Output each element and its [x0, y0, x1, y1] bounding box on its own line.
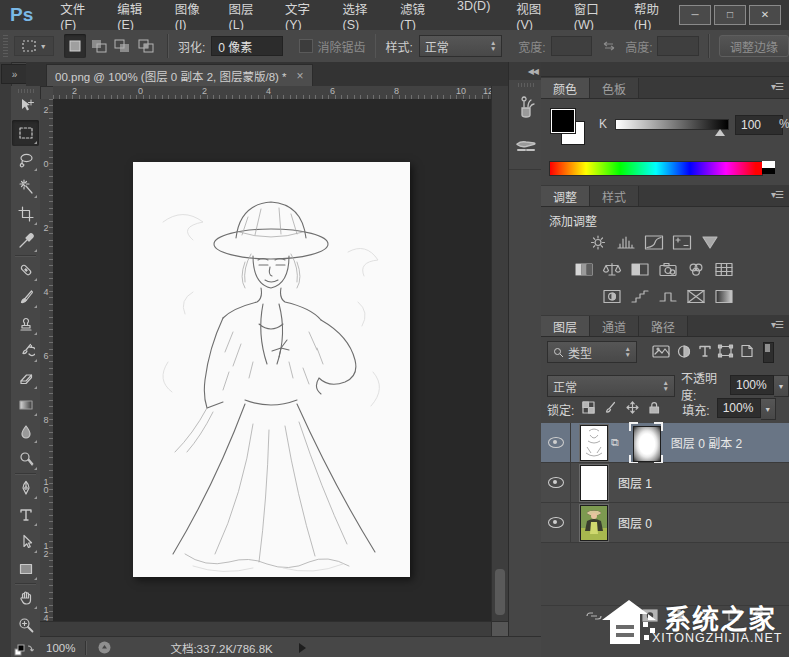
brush-tool[interactable] [12, 284, 39, 310]
foreground-swatch[interactable] [551, 109, 575, 133]
refine-edge-button[interactable]: 调整边缘 [719, 35, 789, 57]
expand-tools-dock-button[interactable]: » [1, 64, 27, 84]
tab-styles[interactable]: 样式 [590, 186, 639, 206]
rectangle-tool[interactable] [12, 556, 39, 582]
blur-tool[interactable] [12, 419, 39, 445]
close-button[interactable]: ✕ [749, 5, 781, 25]
layer-row-0[interactable]: ⧉ 图层 0 副本 2 [541, 423, 789, 463]
gradient-map-icon[interactable] [683, 287, 708, 306]
levels-icon[interactable] [613, 233, 638, 252]
status-options-arrow-icon[interactable] [299, 643, 306, 653]
color-lookup-icon[interactable] [711, 260, 736, 279]
layer-thumbnail-white[interactable] [580, 465, 608, 501]
tool-preset-picker[interactable]: ▼ [14, 36, 54, 56]
layer-visibility-toggle[interactable] [541, 463, 571, 502]
antialias-checkbox[interactable] [299, 39, 312, 53]
invert-icon[interactable] [599, 287, 624, 306]
layer-visibility-toggle[interactable] [541, 423, 571, 462]
color-balance-icon[interactable] [599, 260, 624, 279]
white-pick[interactable] [762, 161, 775, 168]
tab-adjustments[interactable]: 调整 [541, 186, 590, 206]
black-pick[interactable] [762, 168, 775, 174]
layer-name[interactable]: 图层 1 [618, 474, 652, 491]
panel-menu-icon[interactable]: ▾☰ [771, 81, 783, 92]
black-white-icon[interactable] [627, 260, 652, 279]
vertical-scrollbar[interactable] [491, 86, 508, 621]
filter-adjustment-layers-icon[interactable] [675, 343, 693, 362]
channel-mixer-icon[interactable] [683, 260, 708, 279]
eyedropper-tool[interactable] [12, 228, 39, 254]
pasteboard[interactable] [53, 99, 491, 621]
width-input[interactable] [551, 36, 593, 56]
lasso-tool[interactable] [12, 147, 39, 173]
hue-saturation-icon[interactable] [571, 260, 596, 279]
height-input[interactable] [657, 36, 699, 56]
threshold-icon[interactable] [655, 287, 680, 306]
opacity-value[interactable]: 100% [730, 375, 774, 395]
document-tab[interactable]: 00.png @ 100% (图层 0 副本 2, 图层蒙版/8) * × [46, 64, 313, 87]
horizontal-scrollbar[interactable] [40, 621, 491, 637]
color-spectrum-ramp[interactable] [549, 161, 763, 176]
zoom-level-field[interactable]: 100% [46, 642, 75, 654]
clone-stamp-tool[interactable] [12, 311, 39, 337]
lock-all-icon[interactable] [647, 400, 661, 418]
brush-panel-button[interactable] [509, 89, 542, 127]
layer-visibility-toggle[interactable] [541, 503, 571, 542]
eraser-tool[interactable] [12, 365, 39, 391]
tab-close-icon[interactable]: × [297, 69, 304, 83]
k-slider-thumb[interactable] [715, 129, 725, 136]
zoom-tool[interactable] [12, 612, 39, 638]
opacity-control[interactable]: 100% ▼ [730, 375, 789, 397]
black-white-picker[interactable] [762, 161, 775, 174]
fill-control[interactable]: 100% ▼ [717, 398, 776, 420]
layer-filter-select[interactable]: 类型 ▲▼ [547, 341, 637, 363]
panel-menu-icon[interactable]: ▾☰ [771, 189, 783, 200]
maximize-button[interactable]: □ [714, 5, 746, 25]
filter-pixel-layers-icon[interactable] [651, 343, 671, 362]
mask-thumb[interactable] [633, 426, 661, 462]
vertical-scroll-thumb[interactable] [495, 569, 505, 615]
style-select[interactable]: 正常 ▲▼ [419, 35, 503, 57]
rectangular-marquee-tool[interactable] [12, 120, 39, 146]
adobe-drive-icon[interactable] [97, 640, 112, 655]
layer-name[interactable]: 图层 0 副本 2 [671, 434, 742, 451]
tab-layers[interactable]: 图层 [541, 316, 590, 336]
crop-tool[interactable] [12, 201, 39, 227]
move-tool[interactable] [12, 93, 39, 119]
lock-image-pixels-icon[interactable] [603, 400, 618, 418]
filter-shape-layers-icon[interactable] [717, 343, 735, 362]
gradient-tool[interactable] [12, 392, 39, 418]
exposure-icon[interactable] [669, 233, 694, 252]
selective-color-icon[interactable] [711, 287, 736, 306]
layer-name[interactable]: 图层 0 [618, 514, 652, 531]
collapse-dock-icon[interactable]: ◀◀ [528, 67, 538, 76]
canvas-document[interactable] [133, 162, 410, 577]
layer-row-1[interactable]: 图层 1 [541, 463, 789, 503]
panel-menu-icon[interactable]: ▾☰ [771, 319, 783, 330]
lock-position-icon[interactable] [625, 400, 640, 418]
history-brush-tool[interactable] [12, 338, 39, 364]
opacity-dropdown-icon[interactable]: ▼ [774, 375, 789, 397]
selection-mode-subtract-button[interactable] [111, 34, 134, 58]
photo-filter-icon[interactable] [655, 260, 680, 279]
selection-mode-intersect-button[interactable] [134, 34, 157, 58]
magic-wand-tool[interactable] [12, 174, 39, 200]
tab-swatches[interactable]: 色板 [590, 78, 639, 98]
dodge-tool[interactable] [12, 446, 39, 472]
vibrance-icon[interactable] [697, 233, 722, 252]
feather-input[interactable]: 0 像素 [211, 36, 283, 56]
blend-mode-select[interactable]: 正常 ▲▼ [547, 375, 675, 397]
minimize-button[interactable]: ─ [679, 5, 711, 25]
hand-tool[interactable] [12, 585, 39, 611]
k-slider[interactable] [615, 119, 729, 130]
layer-mask-thumbnail[interactable] [631, 425, 661, 461]
curves-icon[interactable] [641, 233, 666, 252]
layer-thumbnail-sketch[interactable] [580, 425, 608, 461]
layer-row-2[interactable]: 图层 0 [541, 503, 789, 543]
horizontal-type-tool[interactable] [12, 502, 39, 528]
fill-value[interactable]: 100% [717, 398, 761, 418]
brightness-contrast-icon[interactable] [585, 233, 610, 252]
posterize-icon[interactable] [627, 287, 652, 306]
selection-mode-add-button[interactable] [87, 34, 110, 58]
k-value-input[interactable]: 100 [735, 115, 783, 135]
